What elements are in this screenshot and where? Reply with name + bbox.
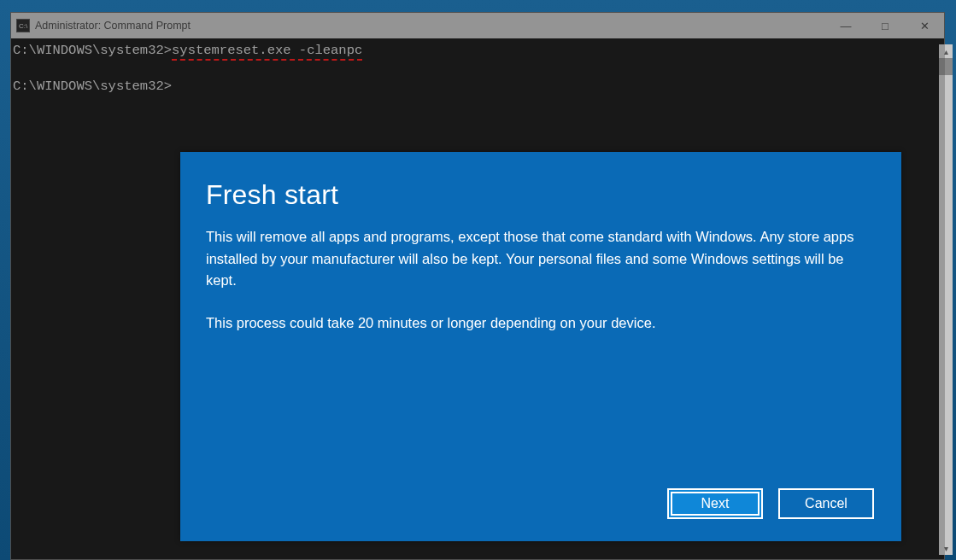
next-button[interactable]: Next (667, 488, 763, 519)
dialog-title: Fresh start (206, 179, 876, 211)
cancel-button[interactable]: Cancel (778, 488, 874, 519)
window-controls: — □ ✕ (826, 13, 944, 38)
scroll-thumb[interactable] (939, 58, 953, 75)
cmd-titlebar[interactable]: C:\ Administrator: Command Prompt — □ ✕ (11, 13, 944, 38)
dialog-paragraph-2: This process could take 20 minutes or lo… (206, 312, 876, 335)
close-button[interactable]: ✕ (905, 13, 944, 38)
cmd-line-1: C:\WINDOWS\system32>systemreset.exe -cle… (13, 42, 942, 60)
scroll-down-arrow-icon[interactable]: ▾ (939, 541, 953, 555)
cmd-prompt: C:\WINDOWS\system32> (13, 79, 172, 94)
cmd-title: Administrator: Command Prompt (35, 20, 191, 32)
minimize-button[interactable]: — (826, 13, 865, 38)
cmd-icon: C:\ (16, 19, 30, 32)
cmd-blank-line (13, 60, 942, 78)
fresh-start-dialog: Fresh start This will remove all apps an… (180, 152, 901, 541)
dialog-body: This will remove all apps and programs, … (206, 226, 876, 354)
dialog-paragraph-1: This will remove all apps and programs, … (206, 226, 876, 292)
cmd-typed-command: systemreset.exe -cleanpc (172, 43, 362, 61)
scroll-up-arrow-icon[interactable]: ▴ (939, 44, 953, 58)
cmd-prompt: C:\WINDOWS\system32> (13, 43, 172, 58)
dialog-button-row: Next Cancel (206, 488, 876, 521)
cmd-line-2: C:\WINDOWS\system32> (13, 78, 942, 96)
cmd-scrollbar[interactable]: ▴ ▾ (939, 44, 953, 555)
maximize-button[interactable]: □ (865, 13, 905, 38)
